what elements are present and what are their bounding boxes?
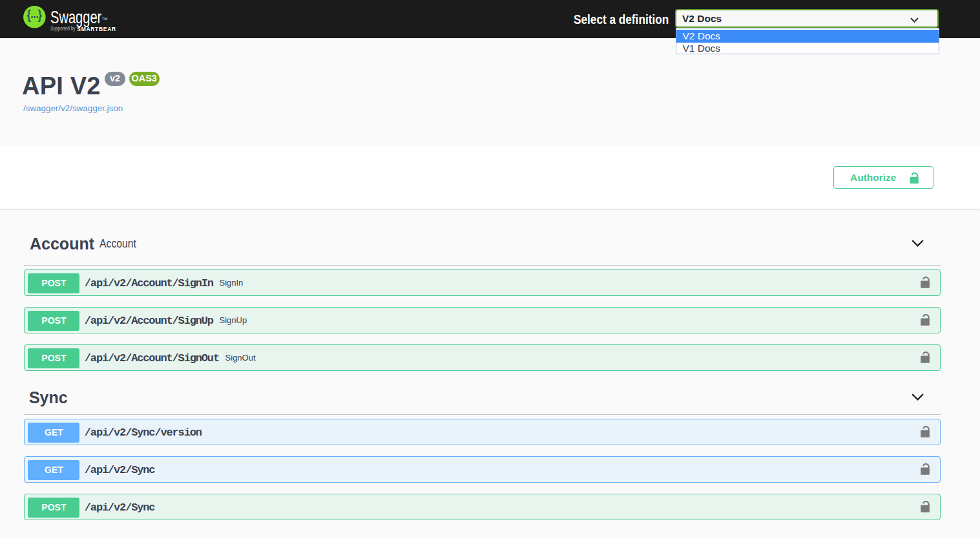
svg-text:}: } xyxy=(37,8,42,22)
svg-text:{: { xyxy=(26,8,31,22)
